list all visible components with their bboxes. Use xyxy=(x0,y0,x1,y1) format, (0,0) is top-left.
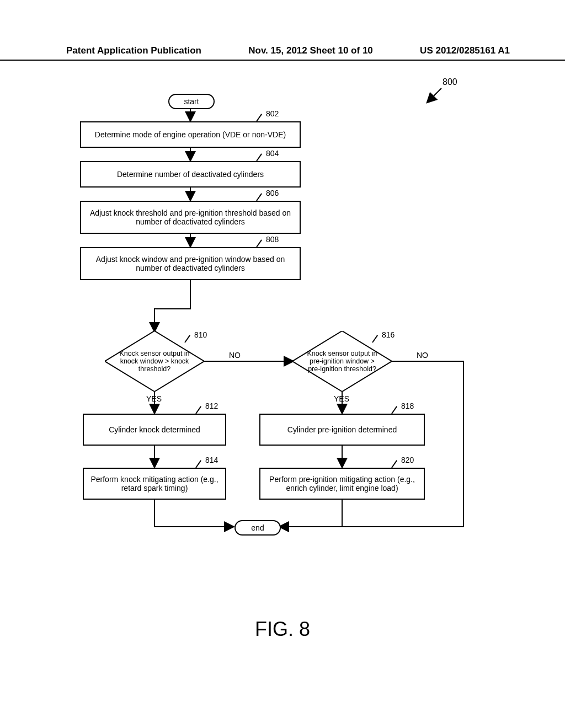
ref-810: 810 xyxy=(194,330,207,339)
figure-caption: FIG. 8 xyxy=(0,618,565,641)
ref-802: 802 xyxy=(266,109,279,118)
ref-812: 812 xyxy=(205,402,218,410)
header-left: Patent Application Publication xyxy=(66,45,201,56)
label-816-no: NO xyxy=(417,351,428,360)
node-810: Knock sensor output in knock window > kn… xyxy=(105,331,204,392)
page-header: Patent Application Publication Nov. 15, … xyxy=(0,45,565,61)
node-818: Cylinder pre-ignition determined xyxy=(259,414,425,446)
node-end: end xyxy=(234,520,281,536)
node-810-text: Knock sensor output in knock window > kn… xyxy=(105,331,204,392)
svg-line-9 xyxy=(428,88,441,102)
node-806: Adjust knock threshold and pre-ignition … xyxy=(80,201,301,234)
label-816-yes: YES xyxy=(334,394,349,403)
node-814: Perform knock mitigating action (e.g., r… xyxy=(83,468,226,500)
node-start: start xyxy=(168,94,215,109)
node-816-text: Knock sensor output in pre-ignition wind… xyxy=(292,331,392,392)
ref-820: 820 xyxy=(401,456,414,464)
flowchart: 800 start Determine mode of engine opera… xyxy=(66,77,502,574)
node-816: Knock sensor output in pre-ignition wind… xyxy=(292,331,392,392)
ref-816: 816 xyxy=(382,330,395,339)
ref-818: 818 xyxy=(401,402,414,410)
ref-808: 808 xyxy=(266,235,279,244)
ref-806: 806 xyxy=(266,189,279,197)
header-right: US 2012/0285161 A1 xyxy=(420,45,510,56)
ref-814: 814 xyxy=(205,456,218,464)
page-root: Patent Application Publication Nov. 15, … xyxy=(0,0,565,728)
node-808: Adjust knock window and pre-ignition win… xyxy=(80,247,301,280)
node-804: Determine number of deactivated cylinder… xyxy=(80,161,301,188)
node-820: Perform pre-ignition mitigating action (… xyxy=(259,468,425,500)
ref-804: 804 xyxy=(266,149,279,158)
label-810-yes: YES xyxy=(146,394,162,403)
ref-800: 800 xyxy=(443,77,457,87)
header-center: Nov. 15, 2012 Sheet 10 of 10 xyxy=(248,45,373,56)
label-810-no: NO xyxy=(229,351,241,360)
node-802: Determine mode of engine operation (VDE … xyxy=(80,121,301,148)
node-812: Cylinder knock determined xyxy=(83,414,226,446)
